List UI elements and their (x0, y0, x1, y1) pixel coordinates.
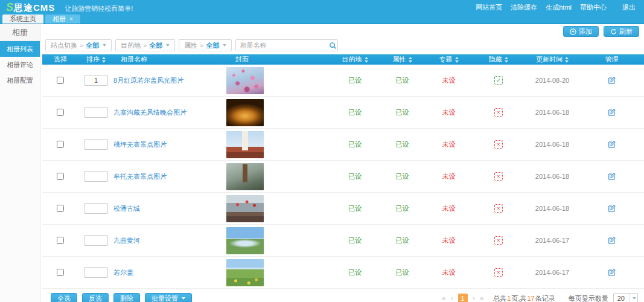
add-button-label: 添加 (579, 27, 592, 36)
hidden-cross-icon[interactable]: × (494, 236, 503, 245)
album-cover-image[interactable] (226, 131, 264, 158)
delete-button[interactable]: 删除 (113, 293, 140, 302)
sort-arrows-icon[interactable] (505, 57, 508, 63)
sort-order-input[interactable] (84, 235, 108, 246)
table-row: 牟托羌寨景点图片已设已设未设×2014-06-18 (42, 161, 644, 193)
sort-arrows-icon[interactable] (102, 57, 106, 63)
select-all-button[interactable]: 全选 (51, 293, 77, 302)
add-button[interactable]: 添加 (563, 26, 599, 37)
sidebar-item-album-config[interactable]: 相册配置 (0, 72, 40, 88)
hidden-check-icon[interactable]: ✓ (494, 76, 503, 85)
album-name-link[interactable]: 牟托羌寨景点图片 (113, 172, 167, 181)
attribute-filter-dropdown[interactable]: 属性 » 全部 (179, 39, 232, 51)
sort-order-input[interactable] (84, 75, 108, 86)
album-cover-image[interactable] (226, 99, 264, 126)
site-filter-dropdown[interactable]: 站点切换 » 全部 (45, 39, 112, 51)
hidden-cross-icon[interactable]: × (494, 140, 503, 149)
chevron-down-icon (103, 44, 106, 47)
row-select-checkbox[interactable] (57, 237, 64, 244)
tab-album[interactable]: 相册 × (45, 14, 80, 24)
album-name-link[interactable]: 九曲黄河 (113, 236, 140, 245)
hidden-cross-icon[interactable]: × (494, 172, 503, 181)
sort-arrows-icon[interactable] (409, 57, 412, 63)
row-select-checkbox[interactable] (57, 77, 64, 84)
nav-site-home[interactable]: 网站首页 (476, 3, 502, 12)
column-label: 排序 (86, 55, 100, 64)
album-name-link[interactable]: 桃坪羌寨景点图片 (113, 140, 167, 149)
edit-icon[interactable] (608, 76, 616, 85)
hidden-cross-icon[interactable]: × (494, 108, 503, 117)
sort-arrows-icon[interactable] (455, 57, 459, 63)
edit-icon[interactable] (608, 236, 616, 245)
edit-icon[interactable] (608, 140, 616, 149)
album-name-link[interactable]: 若尔盖 (113, 268, 133, 277)
search-input[interactable] (236, 42, 329, 49)
nav-logout[interactable]: 退出 (622, 3, 636, 12)
row-select-checkbox[interactable] (57, 141, 64, 148)
row-select-checkbox[interactable] (57, 205, 64, 212)
sidebar-item-album-list[interactable]: 相册列表 (0, 41, 40, 57)
sort-order-input[interactable] (84, 107, 108, 118)
column-header-topic[interactable]: 专题 (426, 55, 472, 64)
next-page-button[interactable]: › (471, 294, 476, 302)
per-page-select[interactable]: 20 (613, 293, 638, 302)
sort-order-input[interactable] (84, 267, 108, 278)
hidden-cross-icon[interactable]: × (494, 204, 503, 213)
album-name-link[interactable]: 8月红原若尔盖风光图片 (113, 76, 183, 85)
bulk-actions: 全选 反选 删除 批量设置 (51, 293, 192, 302)
column-header-hidden[interactable]: 隐藏 (472, 55, 525, 64)
edit-icon[interactable] (608, 108, 616, 117)
destination-status: 已设 (348, 204, 362, 213)
tab-system-home[interactable]: 系统主页 (2, 14, 43, 24)
prev-page-button[interactable]: ‹ (450, 294, 454, 302)
sort-order-input[interactable] (84, 139, 108, 150)
column-header-cover: 封面 (222, 55, 331, 64)
album-cover-image[interactable] (226, 227, 264, 254)
current-page-button[interactable]: 1 (458, 294, 468, 302)
sort-arrows-icon[interactable] (565, 57, 569, 63)
row-select-checkbox[interactable] (57, 173, 64, 180)
hidden-cross-icon[interactable]: × (494, 268, 503, 277)
column-header-updated[interactable]: 更新时间 (525, 55, 579, 64)
first-page-button[interactable]: « (441, 294, 447, 302)
row-select-checkbox[interactable] (57, 109, 64, 116)
topic-status: 未设 (442, 268, 456, 277)
column-header-destination[interactable]: 目的地 (331, 55, 379, 64)
invert-selection-button[interactable]: 反选 (82, 293, 109, 302)
sort-order-input[interactable] (84, 203, 108, 214)
edit-icon[interactable] (608, 172, 616, 181)
updated-date: 2014-06-17 (535, 269, 569, 276)
nav-generate-html[interactable]: 生成html (546, 3, 572, 12)
sidebar-title: 相册 (0, 24, 40, 41)
column-label: 封面 (235, 55, 249, 64)
refresh-button[interactable]: 刷新 (604, 26, 639, 37)
album-name-link[interactable]: 九寨沟藏羌风情晚会图片 (113, 108, 187, 117)
tab-close-icon[interactable]: × (69, 16, 73, 22)
topic-status: 未设 (442, 172, 456, 181)
nav-help-center[interactable]: 帮助中心 (580, 3, 607, 12)
edit-icon[interactable] (608, 204, 616, 213)
last-page-button[interactable]: » (479, 294, 485, 302)
row-select-checkbox[interactable] (57, 269, 64, 276)
sidebar-item-album-comments[interactable]: 相册评论 (0, 57, 40, 72)
album-cover-image[interactable] (226, 67, 264, 94)
batch-settings-button[interactable]: 批量设置 (145, 293, 192, 302)
destination-filter-value: 全部 (149, 41, 162, 50)
nav-clear-cache[interactable]: 清除缓存 (511, 3, 537, 12)
album-cover-image[interactable] (226, 195, 264, 222)
records-summary: 总共1页,共17条记录 (493, 294, 555, 302)
search-icon[interactable] (329, 42, 337, 50)
edit-icon[interactable] (608, 268, 616, 277)
sort-order-input[interactable] (84, 171, 108, 182)
sort-arrows-icon[interactable] (365, 57, 368, 63)
destination-filter-dropdown[interactable]: 目的地 » 全部 (115, 39, 175, 51)
album-name-link[interactable]: 松潘古城 (113, 204, 140, 213)
album-cover-image[interactable] (226, 259, 264, 286)
column-header-sort[interactable]: 排序 (78, 55, 113, 64)
column-label: 管理 (605, 55, 619, 64)
attribute-status: 已设 (396, 172, 409, 181)
column-header-attribute[interactable]: 属性 (379, 55, 426, 64)
filter-separator: » (200, 42, 203, 49)
album-cover-image[interactable] (226, 163, 264, 190)
chevron-down-icon (182, 297, 185, 300)
